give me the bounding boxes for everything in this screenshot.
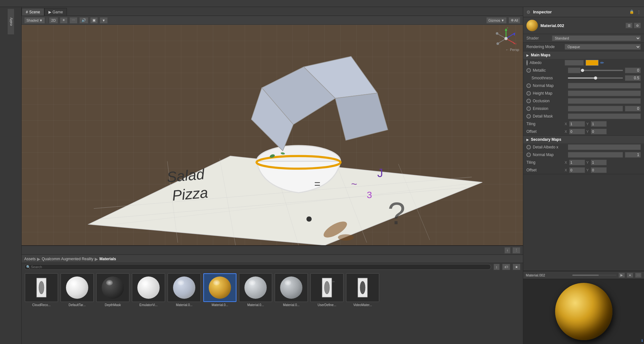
metallic-texture-slot[interactable] — [568, 68, 581, 73]
dropdown-icon-button[interactable]: ▼ — [100, 17, 108, 24]
image-icon-button[interactable]: ▣ — [90, 17, 98, 24]
shading-arrow-icon: ▼ — [39, 18, 43, 22]
breadcrumb-sep-1: ▶ — [37, 256, 40, 262]
preview-content — [523, 279, 644, 344]
center-content: # Scene ▶ Game Shaded ▼ 2D ☀ ⋯ 🔊 ▣ ▼ — [22, 7, 523, 344]
occlusion-circle-icon[interactable] — [526, 99, 531, 103]
material-settings-btn[interactable]: ⚙ — [634, 23, 641, 28]
metallic-slider[interactable] — [582, 70, 623, 71]
height-map-circle-icon[interactable] — [526, 91, 531, 96]
sec-offset-y-coord: Y — [586, 167, 607, 173]
scene-3d-content: Salad Pizza ? — [22, 25, 523, 245]
albedo-picker-icon[interactable]: ✏ — [600, 60, 604, 65]
shader-dropdown[interactable]: Standard — [552, 35, 641, 41]
bottom-upload-btn[interactable]: ↑ — [504, 247, 511, 254]
secondary-maps-chevron-icon: ▶ — [526, 138, 529, 141]
tiling-x-label: X — [565, 122, 568, 126]
svg-marker-15 — [335, 93, 388, 140]
asset-item-depthmask[interactable]: DepthMask — [96, 273, 130, 341]
tiling-y-label: Y — [586, 122, 590, 126]
asset-grid: CloudReco... DefaultTar... D — [22, 271, 523, 344]
normal-map-circle-icon[interactable] — [526, 83, 531, 88]
preview-play-btn[interactable]: ▶ — [619, 273, 625, 278]
secondary-normal-input[interactable] — [625, 152, 641, 158]
search-input[interactable] — [24, 264, 491, 270]
normal-map-slot[interactable] — [568, 83, 641, 89]
metallic-slider-thumb[interactable] — [581, 69, 584, 72]
preview-dots-btn[interactable]: ⋯ — [635, 273, 641, 278]
detail-mask-circle-icon[interactable] — [526, 114, 531, 118]
svg-text:J: J — [377, 167, 383, 180]
asset-item-videomater[interactable]: VideoMater... — [345, 273, 380, 307]
metallic-input[interactable] — [625, 68, 641, 73]
inspector-body[interactable]: ▶ Main Maps Albedo ✏ — [523, 51, 644, 271]
albedo-color-swatch[interactable] — [586, 60, 598, 66]
smoothness-slider-thumb[interactable] — [594, 76, 597, 80]
tiling-x-input[interactable] — [569, 121, 585, 127]
emission-circle-icon[interactable] — [526, 106, 531, 111]
viewport[interactable]: Salad Pizza ? — [22, 25, 523, 245]
view-2d-label: 2D — [51, 18, 56, 22]
main-maps-header[interactable]: ▶ Main Maps — [523, 51, 644, 59]
sidebar-tab-reality[interactable]: eality — [8, 9, 14, 34]
rendering-mode-dropdown[interactable]: Opaque — [565, 44, 641, 50]
smoothness-slider[interactable] — [568, 77, 623, 79]
asset-item-material-silver2[interactable]: Material.0... — [274, 273, 308, 341]
detail-mask-slot[interactable] — [568, 113, 641, 119]
secondary-maps-header[interactable]: ▶ Secondary Maps — [523, 136, 644, 143]
asset-item-userdefined[interactable]: pa UserDefine... — [310, 273, 344, 341]
material-actions: ☰ ⚙ — [626, 23, 641, 28]
offset-y-input[interactable] — [591, 129, 607, 134]
metallic-circle-icon[interactable] — [526, 68, 531, 73]
height-map-slot[interactable] — [568, 90, 641, 96]
albedo-circle-icon[interactable] — [526, 60, 528, 66]
asset-item-material-gold[interactable]: Material.0... — [203, 273, 237, 341]
sec-tiling-x-input[interactable] — [569, 160, 585, 165]
secondary-normal-circle-icon[interactable] — [526, 153, 531, 157]
search-all-button[interactable]: ⊕ All — [509, 17, 520, 24]
gizmos-button[interactable]: Gizmos ▼ — [486, 17, 507, 24]
asset-item-emulatorvi[interactable]: EmulatorVi... — [131, 273, 166, 341]
emission-input[interactable] — [625, 106, 641, 111]
svg-text:Y: Y — [507, 27, 509, 29]
occlusion-slot[interactable] — [568, 98, 641, 104]
star-btn[interactable]: ★ — [513, 264, 520, 270]
asset-item-material-silver[interactable]: Material.0... — [238, 273, 273, 341]
offset-x-input[interactable] — [569, 129, 585, 134]
secondary-normal-slot[interactable] — [568, 152, 623, 158]
speaker-icon-button[interactable]: 🔊 — [79, 17, 88, 24]
inspector-title: Inspector — [533, 10, 627, 14]
cloud-icon-button[interactable]: ⋯ — [69, 17, 77, 24]
sec-tiling-y-input[interactable] — [591, 160, 607, 165]
asset-item-cloudreco[interactable]: CloudReco... — [24, 273, 59, 341]
sun-icon-button[interactable]: ☀ — [60, 17, 68, 24]
top-bar — [0, 0, 644, 7]
main-maps-title: Main Maps — [531, 53, 550, 57]
smoothness-input[interactable] — [625, 75, 641, 81]
preview-dot-btn[interactable]: ● — [627, 273, 633, 278]
inspector-more-icon[interactable]: ⋮ — [637, 10, 641, 14]
tree-view-btn[interactable]: ↕ — [494, 264, 500, 270]
asset-item-defaulttar[interactable]: DefaultTar... — [60, 273, 94, 341]
shading-dropdown[interactable]: Shaded ▼ — [24, 17, 45, 24]
breadcrumb-assets[interactable]: Assets — [24, 257, 36, 261]
sec-offset-y-input[interactable] — [591, 167, 607, 173]
detail-albedo-circle-icon[interactable] — [526, 145, 531, 149]
asset-item-material-light[interactable]: Material.0... — [167, 273, 201, 341]
tab-scene[interactable]: # Scene — [22, 8, 44, 16]
tiling-y-input[interactable] — [591, 121, 607, 127]
albedo-texture-slot[interactable] — [565, 60, 584, 66]
detail-albedo-slot[interactable] — [568, 144, 641, 150]
tag-btn[interactable]: 🏷 — [502, 264, 510, 270]
emission-slot[interactable] — [568, 106, 623, 111]
detail-mask-label: Detail Mask — [533, 114, 553, 118]
breadcrumb-qar[interactable]: Qualcomm Augmented Reality — [42, 257, 93, 261]
bottom-grid-btn[interactable]: ⋮ — [512, 247, 520, 254]
sec-offset-x-input[interactable] — [569, 167, 585, 173]
scene-toolbar: Shaded ▼ 2D ☀ ⋯ 🔊 ▣ ▼ Gizmos ▼ ⊕ All — [22, 16, 523, 25]
cloudreco-icon — [29, 276, 54, 299]
inspector-lock-icon[interactable]: 🔒 — [629, 10, 634, 15]
view-2d-button[interactable]: 2D — [49, 17, 58, 24]
material-select-btn[interactable]: ☰ — [626, 23, 633, 28]
tab-game[interactable]: ▶ Game — [44, 8, 67, 16]
